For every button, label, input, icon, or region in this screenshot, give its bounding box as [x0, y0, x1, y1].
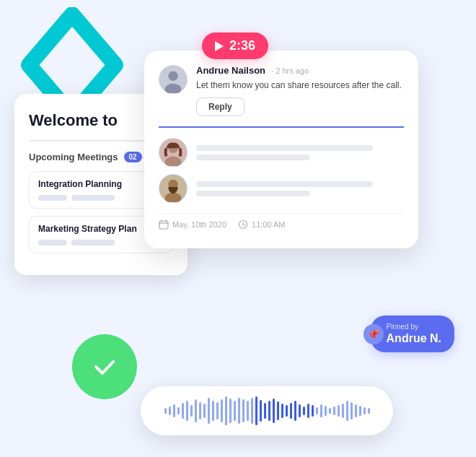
reply-button[interactable]: Reply — [196, 97, 244, 116]
reply-lines — [196, 181, 404, 196]
reply-avatar — [159, 174, 188, 203]
waveform-bar — [359, 406, 361, 416]
waveform-bar — [268, 401, 270, 421]
waveform-bar — [325, 406, 327, 416]
replies-section — [159, 138, 404, 203]
time-text: 11:00 AM — [252, 220, 285, 229]
waveform-bar — [203, 404, 206, 418]
waveform-bar — [208, 398, 210, 424]
message-row: Andrue Nailson · 2 hrs ago Let them know… — [159, 65, 404, 128]
waveform-bar — [363, 407, 366, 414]
success-indicator — [72, 334, 137, 399]
waveform-bar — [247, 401, 249, 421]
waveform-bar — [177, 407, 180, 414]
waveform-bar — [333, 406, 335, 415]
waveform-bar — [320, 404, 322, 417]
waveform-bar — [169, 406, 171, 415]
waveform-bar — [186, 401, 188, 421]
waveform-bars — [164, 396, 370, 425]
pill-decoration — [38, 240, 67, 245]
message-content: Andrue Nailson · 2 hrs ago Let them know… — [196, 65, 404, 116]
sender-avatar — [159, 65, 188, 94]
pill-decoration — [71, 195, 115, 201]
message-header: Andrue Nailson · 2 hrs ago — [196, 65, 404, 76]
waveform-bar — [273, 399, 275, 423]
waveform-bar — [234, 401, 236, 421]
waveform-bar — [368, 408, 370, 414]
pin-icon: 📌 — [363, 324, 384, 344]
waveform-bar — [221, 399, 223, 422]
waveform-bar — [316, 407, 318, 414]
waveform-bar — [216, 402, 219, 419]
reply-row — [159, 138, 404, 167]
date-text: May, 10th 2020 — [172, 220, 226, 229]
waveform-bar — [277, 401, 279, 420]
message-time: · 2 hrs ago — [271, 66, 309, 75]
date-time-row: May, 10th 2020 11:00 AM — [159, 213, 404, 237]
reply-lines — [196, 145, 404, 160]
reply-line — [196, 191, 310, 196]
waveform-bar — [281, 404, 283, 418]
waveform-card[interactable] — [141, 386, 393, 435]
video-duration: 2:36 — [229, 38, 255, 53]
waveform-bar — [212, 401, 214, 421]
svg-line-15 — [243, 225, 245, 226]
waveform-bar — [164, 408, 167, 414]
time-item: 11:00 AM — [238, 219, 285, 230]
waveform-bar — [338, 405, 340, 417]
sender-name: Andrue Nailson — [196, 65, 265, 76]
play-icon — [215, 41, 224, 51]
reply-line — [196, 154, 310, 160]
waveform-bar — [182, 403, 184, 419]
waveform-bar — [342, 404, 344, 418]
pinned-name: Andrue N. — [387, 332, 441, 345]
date-item: May, 10th 2020 — [159, 219, 226, 230]
svg-rect-9 — [159, 221, 168, 229]
pill-decoration — [38, 195, 67, 201]
chat-card: Andrue Nailson · 2 hrs ago Let them know… — [144, 51, 418, 248]
waveform-bar — [229, 399, 232, 423]
waveform-bar — [264, 403, 266, 419]
reply-row — [159, 174, 404, 203]
waveform-bar — [294, 401, 296, 421]
meetings-label: Upcoming Meetings — [29, 152, 118, 162]
message-text: Let them know you can share resources af… — [196, 79, 404, 92]
waveform-bar — [260, 400, 262, 422]
waveform-bar — [299, 404, 301, 417]
meetings-badge: 02 — [124, 152, 142, 162]
waveform-bar — [199, 402, 201, 419]
waveform-bar — [329, 408, 331, 414]
waveform-bar — [195, 399, 197, 422]
reply-line — [196, 145, 373, 151]
pinned-label: Pinned by — [387, 323, 441, 331]
waveform-bar — [290, 403, 292, 419]
waveform-bar — [173, 404, 175, 417]
reply-avatar — [159, 138, 188, 167]
waveform-bar — [351, 402, 353, 419]
video-timer-badge[interactable]: 2:36 — [202, 32, 268, 59]
waveform-bar — [355, 404, 357, 417]
waveform-bar — [346, 401, 348, 421]
waveform-bar — [255, 396, 257, 425]
waveform-bar — [286, 405, 288, 417]
waveform-bar — [303, 406, 305, 415]
waveform-bar — [242, 399, 244, 422]
waveform-bar — [225, 396, 227, 425]
waveform-bar — [312, 405, 314, 417]
svg-point-1 — [168, 71, 177, 81]
waveform-bar — [251, 398, 253, 424]
pill-decoration — [71, 240, 115, 245]
waveform-bar — [190, 405, 193, 417]
meeting-pills — [38, 240, 164, 245]
waveform-bar — [238, 398, 240, 424]
waveform-bar — [307, 404, 309, 418]
reply-line — [196, 181, 373, 187]
pinned-badge: 📌 Pinned by Andrue N. — [371, 315, 454, 352]
